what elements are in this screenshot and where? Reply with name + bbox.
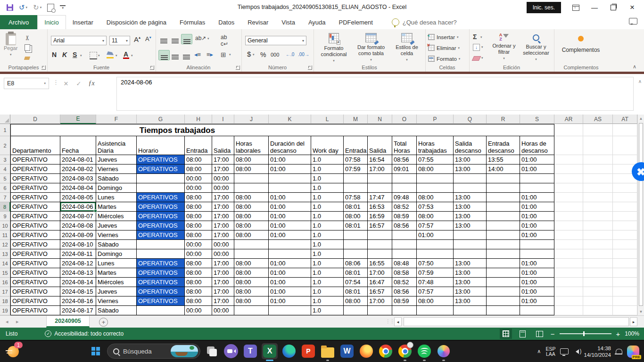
- cell[interactable]: OPERATIVOS: [137, 155, 185, 165]
- cell[interactable]: 2024-08-13: [60, 268, 96, 278]
- network-display-icon[interactable]: [560, 348, 569, 354]
- ext-cell[interactable]: [554, 306, 583, 315]
- cell[interactable]: 01:00: [269, 202, 311, 212]
- cell[interactable]: 08:00: [417, 193, 454, 202]
- paint-app-icon[interactable]: [436, 343, 452, 359]
- cell[interactable]: 2024-08-11: [60, 249, 96, 259]
- merge-center-icon[interactable]: ⊞: [221, 51, 226, 58]
- italic-button[interactable]: K: [62, 51, 67, 58]
- cell[interactable]: OPERATIVO: [10, 230, 60, 240]
- cell[interactable]: Domingo: [96, 183, 137, 193]
- volume-icon[interactable]: [573, 349, 579, 354]
- zoom-slider[interactable]: [560, 333, 611, 334]
- cell[interactable]: 00:00: [185, 183, 212, 193]
- cell[interactable]: 08:00: [234, 193, 269, 202]
- cell[interactable]: OPERATIVO: [10, 259, 60, 268]
- cell[interactable]: 08:00: [185, 202, 212, 212]
- cell[interactable]: Lunes: [96, 193, 137, 202]
- cell[interactable]: 00:00: [212, 183, 234, 193]
- cell[interactable]: 01:00: [520, 193, 554, 202]
- cell[interactable]: Domingo: [96, 249, 137, 259]
- cell[interactable]: 01:00: [520, 212, 554, 221]
- cell[interactable]: [487, 268, 520, 278]
- cell[interactable]: OPERATIVOS: [137, 287, 185, 296]
- cell[interactable]: Jueves: [96, 287, 137, 296]
- cell[interactable]: [487, 174, 520, 183]
- cell[interactable]: OPERATIVO: [10, 165, 60, 174]
- tab-vista[interactable]: Vista: [275, 15, 302, 29]
- cell[interactable]: [368, 183, 392, 193]
- cell[interactable]: 2024-08-10: [60, 240, 96, 249]
- hscroll-right-icon[interactable]: ▸: [630, 317, 637, 326]
- cell[interactable]: 13:00: [454, 212, 487, 221]
- cell[interactable]: 08:00: [234, 202, 269, 212]
- cell[interactable]: [487, 287, 520, 296]
- tab-datos[interactable]: Datos: [212, 15, 241, 29]
- ext-cell[interactable]: [583, 212, 613, 221]
- chrome-profile-icon[interactable]: [397, 343, 413, 359]
- cell[interactable]: 08:00: [234, 278, 269, 287]
- cell[interactable]: 07:59: [417, 268, 454, 278]
- cell[interactable]: OPERATIVO: [10, 202, 60, 212]
- cell[interactable]: [368, 174, 392, 183]
- cell[interactable]: [417, 240, 454, 249]
- cell[interactable]: [454, 306, 487, 315]
- column-header-F[interactable]: F: [96, 115, 137, 124]
- cell[interactable]: 2024-08-15: [60, 287, 96, 296]
- cell[interactable]: OPERATIVO: [10, 306, 60, 315]
- cell[interactable]: 01:00: [520, 259, 554, 268]
- cell[interactable]: OPERATIVO: [10, 212, 60, 221]
- increase-decimal-button[interactable]: ←.0: [286, 52, 294, 57]
- ext-cell[interactable]: [554, 259, 583, 268]
- cell[interactable]: [454, 174, 487, 183]
- align-right-icon[interactable]: [181, 50, 191, 59]
- cell[interactable]: [417, 306, 454, 315]
- clipboard-dialog-launcher[interactable]: [41, 66, 46, 70]
- cell[interactable]: 1.0: [311, 240, 344, 249]
- borders-icon[interactable]: [90, 52, 97, 59]
- table-header-cell[interactable]: Salida: [368, 136, 392, 155]
- ext-cell[interactable]: [554, 193, 583, 202]
- cell[interactable]: 2024-08-02: [60, 165, 96, 174]
- cell[interactable]: [487, 230, 520, 240]
- row-header-14[interactable]: 14: [0, 259, 10, 268]
- column-header-AR[interactable]: AR: [554, 115, 583, 124]
- cell[interactable]: [368, 249, 392, 259]
- cell[interactable]: 17:00: [368, 296, 392, 306]
- cell[interactable]: 08:00: [185, 221, 212, 230]
- ext-cell[interactable]: [583, 165, 613, 174]
- undo-button[interactable]: ↺▾: [19, 3, 27, 12]
- ext-cell[interactable]: [554, 296, 583, 306]
- table-header-cell[interactable]: Total Horas: [392, 136, 417, 155]
- ext-cell[interactable]: [613, 193, 637, 202]
- cell[interactable]: 2024-08-04: [60, 183, 96, 193]
- cell[interactable]: OPERATIVOS: [137, 278, 185, 287]
- cell[interactable]: 08:00: [185, 296, 212, 306]
- row-header-18[interactable]: 18: [0, 296, 10, 306]
- cell[interactable]: 16:59: [368, 212, 392, 221]
- cell[interactable]: 1.0: [311, 202, 344, 212]
- decrease-decimal-button[interactable]: .00→: [298, 52, 309, 57]
- cell[interactable]: [137, 249, 185, 259]
- paste-button[interactable]: Pegar ▾: [4, 33, 17, 58]
- collapse-ribbon-icon[interactable]: ∧: [633, 64, 636, 70]
- cell[interactable]: [454, 249, 487, 259]
- cell[interactable]: 2024-08-06: [60, 202, 96, 212]
- cell[interactable]: OPERATIVOS: [137, 296, 185, 306]
- cell[interactable]: 01:00: [269, 296, 311, 306]
- ext-cell[interactable]: [583, 259, 613, 268]
- column-header-AT[interactable]: AT: [613, 115, 637, 124]
- ext-cell[interactable]: [613, 306, 637, 315]
- cell[interactable]: [368, 306, 392, 315]
- find-select-button[interactable]: Buscar y seleccionar ▾: [520, 33, 552, 62]
- ext-cell[interactable]: [583, 268, 613, 278]
- cell[interactable]: 08:01: [344, 221, 368, 230]
- cell[interactable]: Jueves: [96, 155, 137, 165]
- cell[interactable]: 01:00: [269, 268, 311, 278]
- cell[interactable]: 07:59: [344, 165, 368, 174]
- cell[interactable]: OPERATIVOS: [137, 221, 185, 230]
- ext-cell[interactable]: [554, 240, 583, 249]
- cell[interactable]: 13:55: [487, 155, 520, 165]
- enter-icon[interactable]: ✓: [73, 78, 84, 89]
- copy-icon[interactable]: [25, 44, 30, 51]
